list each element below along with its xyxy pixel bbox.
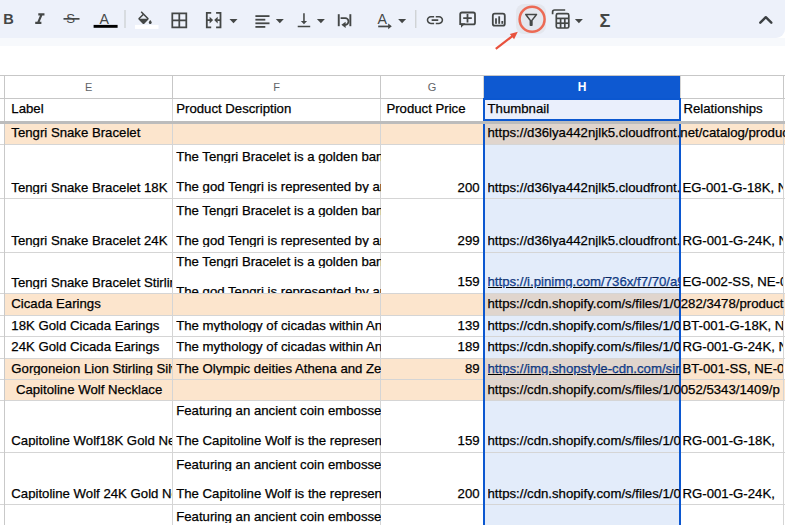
svg-text:B: B (3, 11, 14, 27)
svg-text:A: A (377, 11, 387, 27)
svg-text:A: A (99, 11, 109, 27)
svg-text:Σ: Σ (599, 11, 610, 31)
